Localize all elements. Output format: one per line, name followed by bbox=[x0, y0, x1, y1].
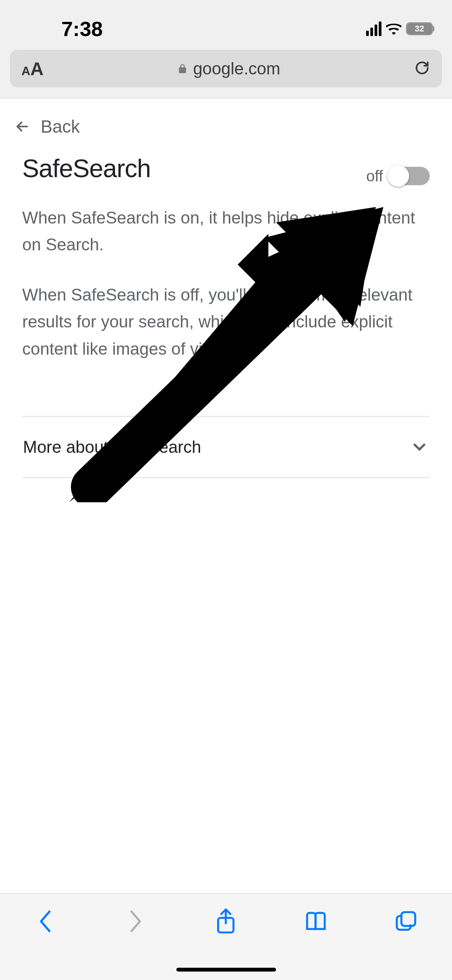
settings-title-row: SafeSearch off bbox=[22, 151, 430, 185]
arrow-left-icon bbox=[14, 118, 31, 135]
more-section: More about SafeSearch bbox=[22, 416, 430, 478]
safari-bottom-toolbar bbox=[0, 893, 452, 980]
more-about-safesearch[interactable]: More about SafeSearch bbox=[22, 417, 430, 477]
share-button[interactable] bbox=[214, 909, 238, 934]
safesearch-toggle[interactable] bbox=[388, 167, 430, 185]
text-size-button[interactable]: AA bbox=[21, 58, 44, 79]
toggle-state-label: off bbox=[366, 168, 383, 185]
browser-chrome: AA google.com bbox=[0, 42, 452, 99]
home-indicator[interactable] bbox=[176, 968, 276, 972]
safesearch-toggle-group: off bbox=[366, 167, 430, 185]
chevron-down-icon bbox=[410, 437, 429, 457]
toggle-knob bbox=[388, 165, 409, 187]
url-text: google.com bbox=[193, 59, 280, 78]
cell-signal-icon bbox=[366, 21, 381, 36]
wifi-icon bbox=[386, 23, 401, 35]
status-icons: 32 bbox=[366, 21, 433, 36]
page-title: SafeSearch bbox=[22, 154, 151, 183]
bookmarks-button[interactable] bbox=[304, 909, 329, 934]
description-paragraph-2: When SafeSearch is off, you'll see the m… bbox=[22, 281, 430, 362]
reload-button[interactable] bbox=[414, 59, 431, 78]
back-button[interactable]: Back bbox=[0, 99, 452, 151]
settings-description: When SafeSearch is on, it helps hide exp… bbox=[22, 204, 430, 362]
clock-time: 7:38 bbox=[19, 17, 103, 41]
back-label: Back bbox=[41, 116, 80, 137]
more-label: More about SafeSearch bbox=[23, 437, 201, 457]
description-paragraph-1: When SafeSearch is on, it helps hide exp… bbox=[22, 204, 430, 258]
url-area[interactable]: google.com bbox=[44, 59, 414, 78]
address-bar[interactable]: AA google.com bbox=[10, 50, 442, 87]
tabs-button[interactable] bbox=[394, 909, 419, 934]
status-bar: 7:38 32 bbox=[0, 0, 452, 42]
nav-back-button[interactable] bbox=[33, 909, 58, 934]
svg-rect-6 bbox=[401, 912, 415, 926]
nav-forward-button[interactable] bbox=[123, 909, 148, 934]
page-content: Back SafeSearch off When SafeSearch is o… bbox=[0, 99, 452, 478]
lock-icon bbox=[177, 63, 188, 74]
battery-percent: 32 bbox=[407, 24, 432, 34]
battery-icon: 32 bbox=[406, 22, 433, 35]
